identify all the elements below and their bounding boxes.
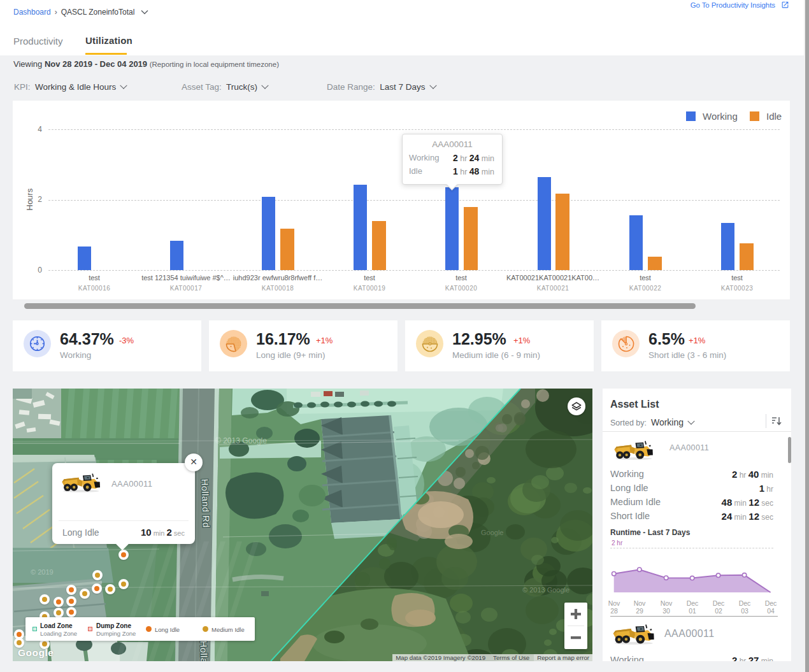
svg-text:Hollan: Hollan — [198, 641, 210, 661]
svg-text:© 2013 Google: © 2013 Google — [522, 586, 569, 594]
svg-text:© 2019: © 2019 — [31, 568, 54, 576]
svg-text:Holland Rd: Holland Rd — [199, 479, 211, 528]
svg-text:Google: Google — [481, 529, 503, 536]
